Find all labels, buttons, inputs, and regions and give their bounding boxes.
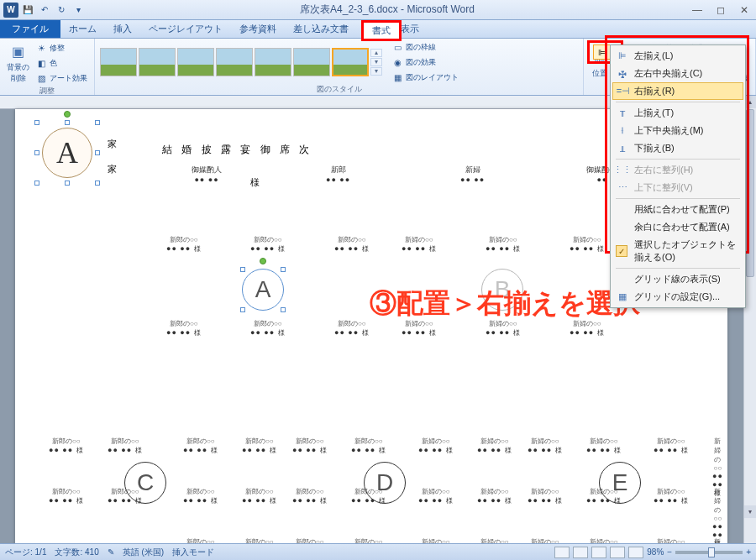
resize-handle[interactable]: [34, 150, 39, 155]
dd-align-to-page[interactable]: 用紙に合わせて配置(P): [612, 201, 743, 218]
resize-handle[interactable]: [281, 267, 286, 272]
tab-page-layout[interactable]: ページレイアウト: [140, 20, 231, 38]
view-web-button[interactable]: [591, 547, 606, 558]
resize-handle[interactable]: [240, 307, 245, 312]
zoom-slider-thumb[interactable]: [708, 547, 715, 557]
table-c[interactable]: C: [124, 462, 166, 504]
status-language[interactable]: 英語 (米国): [123, 547, 164, 558]
layout-icon: ▦: [391, 71, 403, 83]
tab-insert[interactable]: 挿入: [105, 20, 140, 38]
seat-cell: 新婦の○○●● ●● 様: [712, 537, 723, 543]
seat-cell: 新郎の○○●● ●● 様: [183, 487, 218, 505]
resize-handle[interactable]: [95, 181, 100, 186]
qat-more-icon[interactable]: ▾: [71, 3, 86, 18]
save-icon[interactable]: 💾: [20, 3, 35, 18]
dd-align-bottom[interactable]: ⫫下揃え(B): [612, 139, 743, 157]
dd-align-selected[interactable]: ✓選択したオブジェクトを揃える(O): [612, 236, 743, 266]
minimize-button[interactable]: —: [685, 1, 709, 19]
seat-cell: 新郎の○○●● ●● 様: [166, 319, 202, 338]
tab-home[interactable]: ホーム: [60, 20, 105, 38]
grid-icon: ▦: [616, 290, 629, 304]
resize-handle[interactable]: [240, 267, 245, 272]
seat-cell: 新郎の○○●● ●● 様: [250, 319, 286, 338]
file-tab[interactable]: ファイル: [0, 20, 60, 38]
seat-cell: 新婦の○○●● ●● 様: [654, 537, 689, 543]
resize-handle[interactable]: [65, 120, 70, 125]
close-button[interactable]: ✕: [732, 1, 756, 19]
picture-effects-button[interactable]: ◉図の効果: [390, 55, 460, 69]
zoom-level[interactable]: 98%: [647, 547, 664, 557]
picture-layout-button[interactable]: ▦図のレイアウト: [390, 71, 460, 84]
resize-handle[interactable]: [281, 307, 286, 312]
corrections-button[interactable]: ☀修整: [34, 41, 89, 55]
style-thumb[interactable]: [216, 48, 253, 76]
status-insert-mode[interactable]: 挿入モード: [172, 547, 214, 558]
seat-cell: 新婦の○○●● ●● 様: [586, 537, 622, 543]
dd-align-right[interactable]: =⊣右揃え(R): [612, 82, 743, 100]
scroll-down-button[interactable]: ▾: [744, 505, 756, 518]
gallery-scroll[interactable]: ▴▾▾: [370, 48, 382, 76]
style-thumb[interactable]: [139, 48, 176, 76]
tab-mailings[interactable]: 差し込み文書: [285, 20, 357, 38]
wedding-header: 結 婚 披 露 宴 御 席 次: [162, 143, 312, 157]
resize-handle[interactable]: [65, 181, 70, 186]
style-thumb-selected[interactable]: [332, 48, 369, 76]
dd-align-top[interactable]: ⫪上揃え(T): [612, 104, 743, 122]
style-thumb[interactable]: [255, 48, 291, 76]
table-a-selected[interactable]: A: [242, 269, 284, 311]
tab-references[interactable]: 参考資料: [231, 20, 285, 38]
dd-show-gridlines[interactable]: グリッド線の表示(S): [612, 270, 743, 288]
seat-cell: 新郎の○○●● ●● 様: [334, 235, 370, 254]
tab-format-context[interactable]: 書式: [361, 20, 402, 41]
seat-cell: 新婦の○○●● ●● 様: [418, 487, 454, 505]
dd-grid-settings[interactable]: ▦グリッドの設定(G)...: [612, 288, 743, 306]
resize-handle[interactable]: [34, 120, 39, 125]
shape-letter: A: [42, 128, 92, 178]
color-button[interactable]: ◧色: [34, 56, 89, 70]
view-draft-button[interactable]: [628, 547, 643, 558]
dd-align-center-h[interactable]: ⧾左右中央揃え(C): [612, 65, 743, 82]
undo-icon[interactable]: ↶: [37, 3, 52, 18]
style-thumb[interactable]: [177, 48, 214, 76]
dd-separator: [616, 159, 740, 160]
view-outline-button[interactable]: [610, 547, 625, 558]
redo-icon[interactable]: ↻: [54, 3, 69, 18]
zoom-in-button[interactable]: +: [746, 547, 751, 557]
seat-cell: 新婦の○○●● ●● 様: [528, 487, 563, 505]
dd-distribute-h: ⋮⋮左右に整列(H): [612, 161, 743, 179]
resize-handle[interactable]: [95, 150, 100, 155]
view-fullscreen-button[interactable]: [573, 547, 588, 558]
dd-separator: [616, 268, 740, 269]
status-proofing-icon[interactable]: ✎: [108, 547, 114, 557]
seat-name: ●● ●●: [460, 175, 485, 184]
resize-handle[interactable]: [34, 181, 39, 186]
window-title: 席次表A4_2-3_6.docx - Microsoft Word: [89, 3, 685, 17]
zoom-slider[interactable]: [675, 551, 743, 554]
picture-border-button[interactable]: ▭図の枠線: [390, 40, 460, 54]
view-print-layout-button[interactable]: [554, 547, 570, 558]
resize-handle[interactable]: [95, 120, 100, 125]
annotation-text: ③配置＞右揃えを選択: [370, 285, 640, 322]
dd-align-to-margin[interactable]: 余白に合わせて配置(A): [612, 218, 743, 236]
picture-style-gallery[interactable]: ▴▾▾: [100, 48, 382, 76]
art-effects-button[interactable]: ▨アート効果: [34, 71, 89, 85]
window-controls: — ◻ ✕: [685, 1, 756, 19]
remove-background-button[interactable]: ▣背景の 削除: [5, 40, 31, 86]
status-word-count[interactable]: 文字数: 410: [55, 547, 98, 558]
seat-cell: 新婦の○○●● ●● 様: [528, 437, 563, 455]
seat-cell: 新郎の○○●● ●● 様: [183, 537, 218, 543]
rotate-handle[interactable]: [64, 111, 71, 118]
maximize-button[interactable]: ◻: [709, 1, 732, 19]
seat-cell: 新郎の○○●● ●● 様: [351, 437, 386, 455]
dd-align-left[interactable]: ⊫左揃え(L): [612, 47, 743, 65]
align-right-icon: =⊣: [617, 85, 630, 98]
table-e[interactable]: E: [599, 462, 641, 504]
table-d[interactable]: D: [364, 462, 406, 504]
selected-shape-a[interactable]: A: [37, 123, 97, 183]
rotate-handle[interactable]: [260, 258, 266, 264]
status-page[interactable]: ページ: 1/1: [5, 547, 46, 558]
style-thumb[interactable]: [293, 48, 330, 76]
dd-align-middle-v[interactable]: ⫲上下中央揃え(M): [612, 122, 743, 139]
zoom-out-button[interactable]: −: [667, 547, 672, 557]
style-thumb[interactable]: [100, 48, 137, 76]
